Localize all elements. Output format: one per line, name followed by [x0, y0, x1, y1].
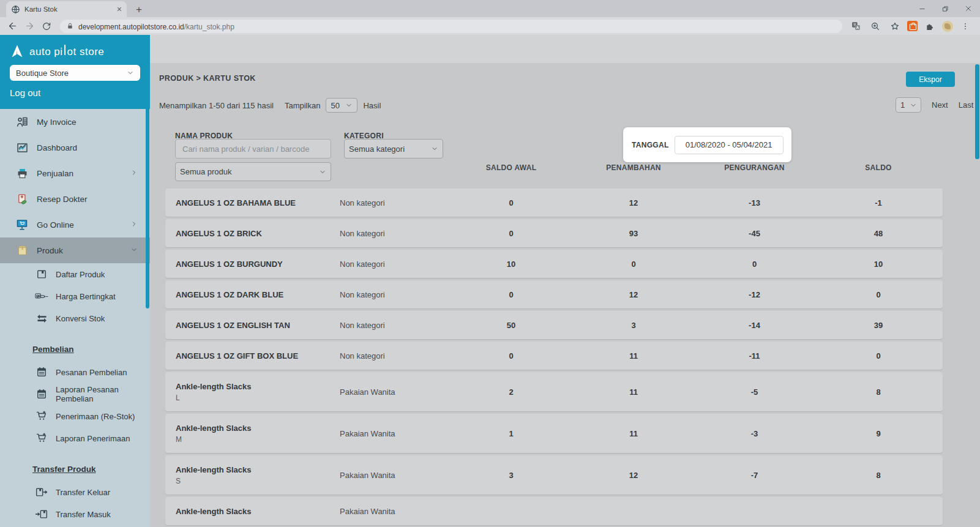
sidebar-item-transfer-keluar[interactable]: Transfer Keluar [0, 481, 150, 503]
window-close-button[interactable] [957, 0, 980, 17]
sidebar-item-resep-dokter[interactable]: Resep Dokter [0, 186, 150, 212]
stock-table: ANGELUS 1 OZ BAHAMA BLUENon kategori012-… [165, 189, 943, 527]
cell-saldo: 8 [814, 387, 943, 397]
sidebar-item-my-invoice[interactable]: My Invoice [0, 109, 150, 135]
sidebar-item-label: Resep Dokter [37, 195, 88, 204]
cell-saldo-awal: 0 [450, 229, 572, 238]
product-name: ANGELUS 1 OZ BURGUNDY [176, 260, 340, 269]
cell-pengurangan: -5 [695, 387, 814, 397]
url-bar[interactable]: development.autopilotstore.co.id/kartu_s… [60, 20, 842, 33]
table-row[interactable]: ANGELUS 1 OZ ENGLISH TANNon kategori503-… [165, 311, 943, 339]
logout-link[interactable]: Log out [10, 88, 140, 98]
sidebar-item-produk[interactable]: Produk [0, 237, 150, 263]
page-select[interactable]: 1 [896, 97, 921, 113]
cell-penambahan: 93 [572, 229, 695, 238]
product-category: Non kategori [340, 351, 450, 361]
export-button[interactable]: Ekspor [906, 72, 955, 87]
sidebar-item-penjualan[interactable]: Penjualan [0, 160, 150, 186]
sidebar-item-label: Daftar Produk [56, 270, 105, 279]
translate-icon[interactable] [848, 19, 863, 34]
sidebar-item-daftar-produk[interactable]: Daftar Produk [0, 263, 150, 285]
cell-saldo: 48 [814, 229, 943, 238]
table-row[interactable]: ANGELUS 1 OZ BURGUNDYNon kategori100010 [165, 250, 943, 278]
cell-saldo-awal: 2 [450, 387, 572, 397]
sidebar-item-label: Pesanan Pembelian [56, 368, 127, 377]
cell-penambahan: 11 [572, 351, 695, 361]
store-select[interactable]: Boutique Store [10, 65, 140, 81]
chevron-right-icon [130, 169, 139, 178]
forward-arrow-icon[interactable] [22, 19, 37, 34]
profile-avatar[interactable] [942, 21, 953, 32]
tab-title: Kartu Stok [24, 6, 113, 13]
table-row[interactable]: Ankle-length SlacksSPakaian Wanita312-78 [165, 455, 943, 495]
product-search-input[interactable] [175, 139, 331, 159]
table-row[interactable]: ANGELUS 1 OZ BAHAMA BLUENon kategori012-… [165, 189, 943, 217]
product-name: Ankle-length Slacks [176, 507, 340, 516]
sidebar-section-transfer-produk[interactable]: Transfer Produk [0, 460, 150, 477]
table-row[interactable]: ANGELUS 1 OZ DARK BLUENon kategori012-12… [165, 280, 943, 308]
product-variant: S [176, 477, 340, 485]
url-path: /kartu_stok.php [184, 23, 234, 31]
page-scrollbar[interactable] [975, 64, 979, 159]
table-row[interactable]: Ankle-length SlacksLPakaian Wanita211-58 [165, 372, 943, 411]
back-arrow-icon[interactable] [5, 19, 20, 34]
new-tab-button[interactable]: + [132, 2, 146, 17]
date-range-input[interactable] [675, 136, 784, 154]
cell-pengurangan: -13 [695, 198, 814, 207]
sidebar-item-laporan-pesanan-pembelian[interactable]: Laporan Pesanan Pembelian [0, 383, 150, 405]
orange-extension-icon[interactable] [907, 21, 918, 31]
cell-pengurangan: -45 [695, 229, 814, 238]
sidebar-section-pembelian[interactable]: Pembelian [0, 340, 150, 357]
sidebar-item-pesanan-pembelian[interactable]: Pesanan Pembelian [0, 361, 150, 383]
star-icon[interactable] [888, 19, 902, 34]
box-arrow-out-icon [35, 485, 48, 499]
sidebar-item-label: Penerimaan (Re-Stok) [56, 412, 135, 421]
product-variant: M [176, 435, 340, 444]
product-name: ANGELUS 1 OZ BAHAMA BLUE [176, 198, 340, 207]
sidebar-item-harga-bertingkat[interactable]: Harga Bertingkat [0, 285, 150, 307]
tanggal-highlight-box: TANGGAL [623, 127, 791, 162]
zoom-plus-icon[interactable] [868, 19, 883, 34]
cell-saldo: -1 [814, 198, 943, 207]
sidebar-item-penerimaan-re-stok[interactable]: Penerimaan (Re-Stok) [0, 405, 150, 427]
per-page-select[interactable]: 50 [326, 98, 357, 113]
last-page-link[interactable]: Last [959, 100, 974, 110]
kebab-menu-icon[interactable] [958, 19, 973, 34]
product-variant: L [176, 394, 340, 402]
table-row[interactable]: ANGELUS 1 OZ GIFT BOX BLUENon kategori01… [165, 342, 943, 370]
sidebar-item-label: Penjualan [37, 169, 73, 178]
sidebar-item-laporan-penerimaan[interactable]: Laporan Penerimaan [0, 427, 150, 449]
table-header-row: SALDO AWAL PENAMBAHAN PENGURANGAN SALDO [165, 162, 943, 174]
cell-penambahan: 3 [572, 321, 695, 330]
sidebar-item-transfer-masuk[interactable]: Transfer Masuk [0, 503, 150, 525]
sidebar-scrollbar[interactable] [146, 36, 149, 308]
cell-penambahan: 12 [572, 471, 695, 480]
table-row[interactable]: ANGELUS 1 OZ BRICKNon kategori093-4548 [165, 219, 943, 247]
table-row[interactable]: Ankle-length SlacksPakaian Wanita [165, 497, 943, 525]
sidebar-item-dashboard[interactable]: Dashboard [0, 135, 150, 160]
order-calendar-icon [35, 365, 48, 379]
window-restore-button[interactable] [933, 0, 957, 17]
cell-saldo-awal: 10 [450, 260, 572, 269]
cell-penambahan: 12 [572, 198, 695, 207]
next-page-link[interactable]: Next [932, 100, 948, 110]
sidebar-item-label: Harga Bertingkat [56, 292, 116, 301]
cell-saldo: 8 [814, 471, 943, 480]
browser-tab[interactable]: Kartu Stok × [6, 1, 127, 17]
product-name: ANGELUS 1 OZ ENGLISH TAN [176, 321, 340, 330]
sidebar-item-label: Produk [37, 246, 63, 255]
cell-saldo: 0 [814, 351, 943, 361]
tab-close-icon[interactable]: × [117, 5, 122, 13]
cart-icon [35, 409, 48, 423]
table-row[interactable]: Ankle-length SlacksMPakaian Wanita111-39 [165, 414, 943, 453]
puzzle-icon[interactable] [922, 19, 937, 34]
kategori-select[interactable]: Semua kategori [344, 139, 443, 159]
reload-icon[interactable] [39, 19, 54, 34]
cell-saldo-awal: 3 [450, 471, 572, 480]
product-category: Non kategori [340, 260, 450, 269]
window-minimize-button[interactable] [910, 0, 933, 17]
sidebar-item-konversi-stok[interactable]: Konversi Stok [0, 307, 150, 329]
cell-pengurangan: -3 [695, 429, 814, 438]
sidebar-item-go-online[interactable]: Go Online [0, 212, 150, 237]
chevron-down-icon [910, 102, 917, 109]
